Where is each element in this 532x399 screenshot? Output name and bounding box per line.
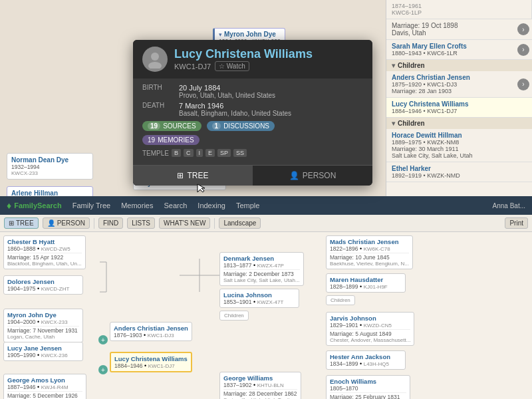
modal-person-id: KWC1-DJ7 ☆ Watch — [174, 61, 363, 71]
svg-point-6 — [151, 53, 159, 61]
navigation-bar: ♦ FamilySearch Family Tree Memories Sear… — [0, 196, 532, 215]
modal-avatar — [142, 47, 168, 72]
death-place: Basalt, Bingham, Idaho, United States — [179, 110, 291, 117]
tree-btn[interactable]: ⊞ TREE — [4, 217, 39, 229]
toolbar-separator — [94, 218, 94, 229]
temple-label: TEMPLE — [142, 150, 169, 157]
node-mads[interactable]: Mads Christian Jensen 1822–1896 • KW6K-C… — [326, 235, 413, 269]
node-anders-tree[interactable]: Anders Christian Jensen 1876–1903 • KWC1… — [110, 322, 192, 341]
temple-tag-c: C — [184, 149, 194, 157]
badges-row: 19 SOURCES 1 DISCUSSIONS — [142, 121, 363, 131]
temple-tag-sp: SP — [217, 149, 231, 157]
person-modal[interactable]: Lucy Christena Williams KWC1-DJ7 ☆ Watch… — [133, 40, 372, 186]
add-person-btn-1[interactable]: + — [98, 335, 108, 344]
nav-temple[interactable]: Temple — [236, 201, 259, 209]
nav-family-tree[interactable]: Family Tree — [72, 201, 110, 209]
temple-tag-e: E — [205, 149, 215, 157]
node-denmark[interactable]: Denmark Jensen 1813–1877 • KWZX-47P Marr… — [219, 252, 304, 286]
memories-row: 19 MEMORIES — [142, 135, 363, 145]
nav-indexing[interactable]: Indexing — [198, 201, 225, 209]
nav-search[interactable]: Search — [164, 201, 187, 209]
node-george-w[interactable]: George Williams 1837–1902 • KHTU-BLN Mar… — [219, 372, 301, 399]
svg-point-7 — [148, 62, 162, 68]
node-dolores[interactable]: Dolores Jensen 1904–1975 • KWCD-ZHT — [3, 275, 83, 295]
person-tab-icon: 👤 — [289, 171, 299, 180]
birth-date: 20 July 1884 — [179, 84, 275, 92]
node-lucy-jane[interactable]: Lucy Jane Jensen 1905–1990 • KWCX-236 — [3, 342, 83, 361]
lists-btn[interactable]: LISTS — [127, 217, 155, 229]
watch-button[interactable]: ☆ Watch — [215, 61, 249, 71]
birth-row: BIRTH 20 July 1884 Provo, Utah, Utah, Un… — [142, 84, 363, 99]
tree-icon: ⊞ — [9, 219, 14, 227]
node-chester[interactable]: Chester B Hyatt 1860–1888 • KWCD-ZW5 Mar… — [3, 235, 86, 269]
node-jarvis[interactable]: Jarvis Johnson 1829–1901 • KWZD-CN5 Marr… — [326, 312, 414, 346]
modal-title: Lucy Christena Williams KWC1-DJ7 ☆ Watch — [174, 47, 363, 71]
children-label-denmark: Children — [219, 311, 249, 321]
chevron-down-icon-2: ▾ — [392, 120, 395, 127]
node-enoch[interactable]: Enoch Williams 1805–1870 Marriage: 25 Fe… — [326, 375, 410, 399]
modal-person-name: Lucy Christena Williams — [174, 47, 363, 61]
tab-person[interactable]: 👤 PERSON — [253, 166, 372, 186]
nav-memories[interactable]: Memories — [121, 201, 153, 209]
find-btn[interactable]: FIND — [98, 217, 123, 229]
card-sarah[interactable]: Sarah Mary Ellen Crofts 1880–1943 • KWC6… — [386, 40, 532, 60]
card-horace[interactable]: Horace Dewitt Hillman 1889–1975 • KWZK-N… — [386, 129, 532, 162]
temple-row: TEMPLE B C I E SP SS — [142, 149, 363, 157]
node-lucy-highlighted[interactable]: Lucy Christena Williams 1884–1946 • KWC1… — [110, 352, 192, 372]
node-myron-tree[interactable]: Myron John Dye 1904–2000 • KWCX-233 Marr… — [3, 309, 83, 342]
nav-arrow-sarah[interactable]: › — [517, 44, 529, 56]
site-logo: ♦ FamilySearch — [7, 200, 62, 211]
children-header-2[interactable]: ▾ Children — [386, 118, 532, 129]
modal-header: Lucy Christena Williams KWC1-DJ7 ☆ Watch — [133, 40, 372, 78]
card-lucy-right[interactable]: Lucy Christena Williams 1884–1946 • KWC1… — [386, 98, 532, 118]
birth-label: BIRTH — [142, 84, 172, 99]
user-account[interactable]: Anna Bat... — [493, 202, 525, 209]
node-lucina[interactable]: Lucina Johnson 1853–1901 • KWZX-47T — [219, 289, 299, 308]
modal-body: BIRTH 20 July 1884 Provo, Utah, Utah, Un… — [133, 78, 372, 165]
chevron-down-icon: ▾ — [392, 62, 395, 69]
node-hester[interactable]: Hester Ann Jackson 1834–1899 • L43H-HQ5 — [326, 350, 406, 370]
death-row: DEATH 7 March 1946 Basalt, Bingham, Idah… — [142, 102, 363, 117]
children-header-1[interactable]: ▾ Children — [386, 60, 532, 71]
birth-place: Provo, Utah, Utah, United States — [179, 92, 275, 99]
memories-badge[interactable]: 19 MEMORIES — [142, 135, 200, 145]
node-george-lyon[interactable]: George Amos Lyon 1887–1946 • KWJ4-R4M Ma… — [3, 374, 86, 399]
site-name: FamilySearch — [14, 201, 62, 209]
person-icon: 👤 — [47, 219, 55, 227]
person-btn[interactable]: 👤 PERSON — [43, 217, 90, 229]
card-ethel[interactable]: Ethel Harker 1892–1919 • KWZK-NMD — [386, 162, 532, 182]
node-maren[interactable]: Maren Hausdatter 1828–1899 • KJ01-H9F — [326, 273, 406, 293]
death-date: 7 March 1946 — [179, 102, 291, 110]
nav-arrow-top[interactable]: › — [517, 23, 529, 35]
marriage-row-top: Marriage: 19 Oct 1898 Davis, Utah › — [386, 19, 532, 40]
death-label: DEATH — [142, 102, 172, 117]
toolbar: ⊞ TREE 👤 PERSON FIND LISTS WHAT'S NEW La… — [0, 215, 532, 232]
tree-canvas: Chester B Hyatt 1860–1888 • KWCD-ZW5 Mar… — [0, 232, 532, 399]
temple-tag-b: B — [172, 149, 181, 157]
discussions-badge[interactable]: 1 DISCUSSIONS — [207, 121, 275, 131]
sources-badge[interactable]: 19 SOURCES — [142, 121, 201, 131]
node-arlene[interactable]: Arlene Hillman Living LNR9-MH2 — [7, 186, 93, 196]
whats-new-btn[interactable]: WHAT'S NEW — [159, 217, 210, 229]
temple-tag-i: I — [196, 149, 203, 157]
landscape-btn[interactable]: Landscape — [219, 217, 261, 229]
toolbar-right: Print — [505, 217, 528, 229]
modal-footer: ⊞ TREE 👤 PERSON — [133, 165, 372, 186]
card-anders[interactable]: Anders Christian Jensen 1875–1920 • KWC1… — [386, 71, 532, 98]
tree-tab-icon: ⊞ — [177, 171, 184, 180]
nav-arrow-anders[interactable]: › — [517, 78, 529, 90]
print-btn[interactable]: Print — [505, 217, 528, 229]
node-norman[interactable]: Norman Dean Dye 1932–1994 KWCX-233 — [7, 153, 93, 180]
right-panel: 1874–1961 KWC6-1LP Marriage: 19 Oct 1898… — [386, 0, 532, 196]
temple-tag-ss: SS — [233, 149, 247, 157]
toolbar-separator-2 — [214, 218, 215, 229]
tab-tree[interactable]: ⊞ TREE — [133, 166, 253, 186]
add-person-btn-2[interactable]: + — [98, 365, 108, 374]
children-label-mads: Children — [326, 295, 355, 305]
